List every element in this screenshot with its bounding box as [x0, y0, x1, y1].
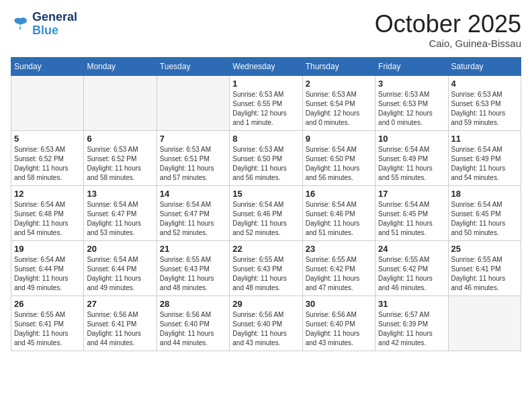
week-row-3: 12Sunrise: 6:54 AM Sunset: 6:48 PM Dayli…	[11, 185, 521, 240]
day-number: 2	[306, 79, 372, 89]
calendar-cell	[11, 75, 84, 130]
day-number: 21	[160, 244, 226, 254]
calendar-cell: 13Sunrise: 6:54 AM Sunset: 6:47 PM Dayli…	[84, 185, 157, 240]
calendar-cell: 9Sunrise: 6:54 AM Sunset: 6:50 PM Daylig…	[302, 130, 375, 185]
calendar-cell: 1Sunrise: 6:53 AM Sunset: 6:55 PM Daylig…	[230, 75, 302, 130]
calendar-cell: 7Sunrise: 6:53 AM Sunset: 6:51 PM Daylig…	[157, 130, 229, 185]
day-info: Sunrise: 6:54 AM Sunset: 6:44 PM Dayligh…	[87, 255, 153, 293]
day-number: 25	[451, 244, 518, 254]
day-info: Sunrise: 6:56 AM Sunset: 6:40 PM Dayligh…	[306, 310, 372, 348]
week-row-2: 5Sunrise: 6:53 AM Sunset: 6:52 PM Daylig…	[11, 130, 521, 185]
day-info: Sunrise: 6:54 AM Sunset: 6:47 PM Dayligh…	[160, 200, 226, 238]
day-info: Sunrise: 6:56 AM Sunset: 6:40 PM Dayligh…	[232, 310, 299, 348]
calendar-cell	[157, 75, 229, 130]
day-info: Sunrise: 6:53 AM Sunset: 6:53 PM Dayligh…	[378, 90, 445, 128]
day-number: 8	[232, 134, 299, 144]
day-number: 29	[232, 299, 299, 309]
day-number: 13	[87, 189, 153, 199]
day-number: 16	[306, 189, 372, 199]
day-info: Sunrise: 6:55 AM Sunset: 6:43 PM Dayligh…	[160, 255, 226, 293]
day-info: Sunrise: 6:53 AM Sunset: 6:52 PM Dayligh…	[87, 145, 153, 183]
day-info: Sunrise: 6:54 AM Sunset: 6:47 PM Dayligh…	[87, 200, 153, 238]
calendar-cell: 6Sunrise: 6:53 AM Sunset: 6:52 PM Daylig…	[84, 130, 157, 185]
calendar-cell: 10Sunrise: 6:54 AM Sunset: 6:49 PM Dayli…	[375, 130, 448, 185]
calendar-cell: 17Sunrise: 6:54 AM Sunset: 6:45 PM Dayli…	[375, 185, 448, 240]
calendar-cell: 11Sunrise: 6:54 AM Sunset: 6:49 PM Dayli…	[448, 130, 521, 185]
calendar-cell: 15Sunrise: 6:54 AM Sunset: 6:46 PM Dayli…	[230, 185, 302, 240]
day-number: 17	[378, 189, 445, 199]
day-info: Sunrise: 6:54 AM Sunset: 6:49 PM Dayligh…	[451, 145, 518, 183]
day-number: 11	[451, 134, 518, 144]
calendar-header-row: SundayMondayTuesdayWednesdayThursdayFrid…	[11, 57, 521, 75]
day-info: Sunrise: 6:53 AM Sunset: 6:53 PM Dayligh…	[451, 90, 518, 128]
calendar-cell: 16Sunrise: 6:54 AM Sunset: 6:46 PM Dayli…	[302, 185, 375, 240]
day-number: 5	[14, 134, 81, 144]
day-number: 12	[14, 189, 81, 199]
calendar-cell: 14Sunrise: 6:54 AM Sunset: 6:47 PM Dayli…	[157, 185, 229, 240]
calendar-cell: 21Sunrise: 6:55 AM Sunset: 6:43 PM Dayli…	[157, 240, 229, 295]
calendar-cell: 4Sunrise: 6:53 AM Sunset: 6:53 PM Daylig…	[448, 75, 521, 130]
day-number: 1	[232, 79, 299, 89]
col-header-saturday: Saturday	[448, 57, 521, 75]
day-number: 10	[378, 134, 445, 144]
calendar-cell: 22Sunrise: 6:55 AM Sunset: 6:43 PM Dayli…	[230, 240, 302, 295]
calendar-cell: 29Sunrise: 6:56 AM Sunset: 6:40 PM Dayli…	[230, 295, 302, 351]
day-info: Sunrise: 6:55 AM Sunset: 6:42 PM Dayligh…	[378, 255, 445, 293]
col-header-monday: Monday	[84, 57, 157, 75]
day-number: 31	[378, 299, 445, 309]
day-info: Sunrise: 6:53 AM Sunset: 6:50 PM Dayligh…	[232, 145, 299, 183]
calendar-cell: 5Sunrise: 6:53 AM Sunset: 6:52 PM Daylig…	[11, 130, 84, 185]
day-info: Sunrise: 6:54 AM Sunset: 6:45 PM Dayligh…	[378, 200, 445, 238]
day-number: 15	[232, 189, 299, 199]
day-info: Sunrise: 6:56 AM Sunset: 6:40 PM Dayligh…	[160, 310, 226, 348]
day-info: Sunrise: 6:56 AM Sunset: 6:41 PM Dayligh…	[87, 310, 153, 348]
day-number: 14	[160, 189, 226, 199]
col-header-tuesday: Tuesday	[157, 57, 229, 75]
day-number: 27	[87, 299, 153, 309]
month-title: October 2025	[375, 11, 521, 38]
day-number: 26	[14, 299, 81, 309]
col-header-thursday: Thursday	[302, 57, 375, 75]
day-number: 19	[14, 244, 81, 254]
day-info: Sunrise: 6:53 AM Sunset: 6:55 PM Dayligh…	[232, 90, 299, 128]
day-number: 9	[306, 134, 372, 144]
calendar-cell: 23Sunrise: 6:55 AM Sunset: 6:42 PM Dayli…	[302, 240, 375, 295]
calendar-table: SundayMondayTuesdayWednesdayThursdayFrid…	[11, 57, 521, 351]
week-row-4: 19Sunrise: 6:54 AM Sunset: 6:44 PM Dayli…	[11, 240, 521, 295]
day-info: Sunrise: 6:54 AM Sunset: 6:50 PM Dayligh…	[306, 145, 372, 183]
calendar-cell: 2Sunrise: 6:53 AM Sunset: 6:54 PM Daylig…	[302, 75, 375, 130]
day-number: 24	[378, 244, 445, 254]
title-block: October 2025 Caio, Guinea-Bissau	[375, 11, 521, 49]
logo-icon	[11, 15, 30, 34]
calendar-cell: 27Sunrise: 6:56 AM Sunset: 6:41 PM Dayli…	[84, 295, 157, 351]
day-number: 4	[451, 79, 518, 89]
calendar-cell: 26Sunrise: 6:55 AM Sunset: 6:41 PM Dayli…	[11, 295, 84, 351]
day-info: Sunrise: 6:54 AM Sunset: 6:46 PM Dayligh…	[306, 200, 372, 238]
calendar-cell: 31Sunrise: 6:57 AM Sunset: 6:39 PM Dayli…	[375, 295, 448, 351]
calendar-cell: 12Sunrise: 6:54 AM Sunset: 6:48 PM Dayli…	[11, 185, 84, 240]
day-info: Sunrise: 6:55 AM Sunset: 6:42 PM Dayligh…	[306, 255, 372, 293]
day-info: Sunrise: 6:55 AM Sunset: 6:41 PM Dayligh…	[14, 310, 81, 348]
calendar-cell: 3Sunrise: 6:53 AM Sunset: 6:53 PM Daylig…	[375, 75, 448, 130]
logo-text: General Blue	[32, 11, 77, 38]
week-row-5: 26Sunrise: 6:55 AM Sunset: 6:41 PM Dayli…	[11, 295, 521, 351]
day-number: 30	[306, 299, 372, 309]
day-info: Sunrise: 6:53 AM Sunset: 6:52 PM Dayligh…	[14, 145, 81, 183]
calendar-cell: 19Sunrise: 6:54 AM Sunset: 6:44 PM Dayli…	[11, 240, 84, 295]
day-info: Sunrise: 6:54 AM Sunset: 6:49 PM Dayligh…	[378, 145, 445, 183]
calendar-cell: 24Sunrise: 6:55 AM Sunset: 6:42 PM Dayli…	[375, 240, 448, 295]
calendar-cell: 25Sunrise: 6:55 AM Sunset: 6:41 PM Dayli…	[448, 240, 521, 295]
day-info: Sunrise: 6:57 AM Sunset: 6:39 PM Dayligh…	[378, 310, 445, 348]
col-header-wednesday: Wednesday	[230, 57, 302, 75]
calendar-cell: 28Sunrise: 6:56 AM Sunset: 6:40 PM Dayli…	[157, 295, 229, 351]
location: Caio, Guinea-Bissau	[375, 38, 521, 49]
day-info: Sunrise: 6:55 AM Sunset: 6:41 PM Dayligh…	[451, 255, 518, 293]
day-number: 28	[160, 299, 226, 309]
day-number: 20	[87, 244, 153, 254]
day-info: Sunrise: 6:55 AM Sunset: 6:43 PM Dayligh…	[232, 255, 299, 293]
day-info: Sunrise: 6:54 AM Sunset: 6:46 PM Dayligh…	[232, 200, 299, 238]
calendar-cell	[448, 295, 521, 351]
day-number: 3	[378, 79, 445, 89]
day-info: Sunrise: 6:54 AM Sunset: 6:45 PM Dayligh…	[451, 200, 518, 238]
calendar-cell: 8Sunrise: 6:53 AM Sunset: 6:50 PM Daylig…	[230, 130, 302, 185]
